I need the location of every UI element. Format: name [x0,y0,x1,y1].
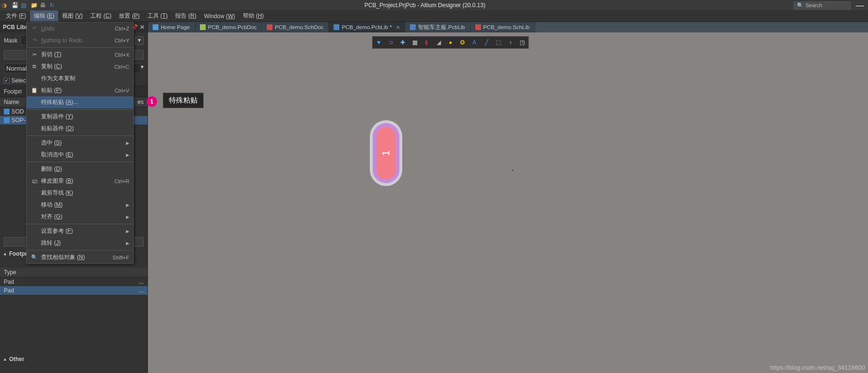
menubar: 文件 (F)编辑 (E)视图 (V)工程 (C)放置 (P)工具 (T)报告 (… [0,10,868,22]
edit-dropdown-menu: ↶UndoCtrl+Z↷Nothing to RedoCtrl+Y✂剪切 (T)… [26,22,134,264]
minimize-button[interactable]: — [854,0,866,10]
list-item[interactable]: Pad... [0,286,147,295]
open-icon[interactable]: 📁 [31,2,37,9]
grid-icon[interactable]: ▦ [409,38,420,47]
plus-icon[interactable]: ✚ [397,38,408,47]
collapse-triangle-icon: ▲ [3,251,7,256]
menu-undo: ↶UndoCtrl+Z [27,22,133,34]
menu-delete[interactable]: 删除 (D) [27,163,133,175]
paste-icon: 📋 [31,87,38,93]
footprint-icon [4,109,10,114]
dot-grid [148,22,868,373]
app-logo-icon: ◑ [2,2,9,9]
circle-icon[interactable]: ● [445,38,456,47]
menu-redo: ↷Nothing to RedoCtrl+Y [27,34,133,46]
menu-paste-component[interactable]: 粘贴器件 (O) [27,123,133,135]
titlebar-quick-access: ◑ 💾 ▤ 📁 🖶 ↻ [2,2,56,9]
find-similar-icon: 🔍 [31,254,38,260]
menu-item-view[interactable]: 视图 (V) [58,10,86,21]
menu-item-file[interactable]: 文件 (F) [2,10,30,21]
menu-paste[interactable]: 📋粘贴 (P)Ctrl+V [27,84,133,96]
menu-align[interactable]: 对齐 (G)▶ [27,211,133,223]
chevron-down-icon[interactable]: ▾ [141,63,144,73]
menu-item-tools[interactable]: 工具 (T) [144,10,172,21]
search-icon: 🔍 [797,2,804,9]
menu-item-report[interactable]: 报告 (R) [171,10,200,21]
watermark: https://blog.csdn.net/qq_34118600 [770,364,866,371]
window-title: PCB_Project.PrjPcb - Altium Designer (20… [56,2,794,9]
mask-label: Mask [4,37,18,44]
menu-set-reference[interactable]: 设置参考 (F)▶ [27,225,133,237]
menu-item-window[interactable]: Window (W) [200,11,239,21]
menu-find-similar[interactable]: 🔍查找相似对象 (N)Shift+F [27,251,133,263]
menu-jump[interactable]: 跳转 (J)▶ [27,237,133,249]
menu-item-edit[interactable]: 编辑 (E) [30,10,58,21]
filter-icon[interactable]: ▼ [374,38,384,47]
canvas-area[interactable]: Home PagePCB_demo.PcbDocPCB_demo.SchDocP… [148,22,868,373]
chart-icon[interactable]: ⫞ [505,38,515,47]
close-panel-icon[interactable]: ✕ [140,24,145,31]
copy-icon: ⧉ [31,63,38,70]
save-icon[interactable]: 💾 [11,2,18,9]
origin-marker [512,170,513,171]
type-col[interactable]: Type [4,269,144,276]
titlebar: ◑ 💾 ▤ 📁 🖶 ↻ PCB_Project.PrjPcb - Altium … [0,0,868,10]
print-icon[interactable]: 🖶 [40,2,47,9]
collapse-triangle-icon: ▲ [3,357,7,362]
menu-move[interactable]: 移动 (M)▶ [27,199,133,211]
align-icon[interactable]: ⫿ [421,38,432,47]
cut-icon: ✂ [31,52,38,58]
menu-item-project[interactable]: 工程 (C) [86,10,115,21]
menu-deselect[interactable]: 取消选中 (E)▶ [27,149,133,161]
other-section[interactable]: ▲ Other [0,354,147,364]
menu-rubber-stamp[interactable]: 🖃橡皮图章 (B)Ctrl+R [27,175,133,187]
menu-copy[interactable]: ⧉复制 (C)Ctrl+C [27,61,133,73]
list-item[interactable]: Pad... [0,278,147,286]
menu-copy-as-text[interactable]: 作为文本复制 [27,73,133,84]
extra-col[interactable]: es [137,99,144,105]
search-input[interactable]: 🔍 Search [794,1,851,10]
rect-icon[interactable]: ⬚ [493,38,503,47]
ruler-icon[interactable]: ◢ [433,38,444,47]
pad-number: 1 [380,150,392,156]
floating-toolbar: ▼⊃✚▦⫿◢●✪A╱⬚⫞◳ [372,36,529,49]
select-checkbox[interactable]: ✔ [4,78,10,83]
redo-icon: ↷ [31,37,38,43]
menu-item-help[interactable]: 帮助 (H) [239,10,268,21]
window-icon[interactable]: ◳ [517,38,527,47]
menu-select[interactable]: 选中 (S)▶ [27,137,133,149]
tooltip: 特殊粘贴 [163,93,204,108]
rubber-stamp-icon: 🖃 [31,178,38,184]
snap-icon[interactable]: ⊃ [386,38,396,47]
undo-icon: ↶ [31,25,38,31]
key-icon[interactable]: ✪ [457,38,468,47]
line-icon[interactable]: ╱ [481,38,492,47]
refresh-icon[interactable]: ↻ [50,2,56,9]
menu-duplicate-component[interactable]: 复制器件 (Y) [27,111,133,123]
primitive-list: Pad...Pad... [0,278,147,306]
mask-dropdown-icon[interactable]: ▾ [135,36,144,45]
save-all-icon[interactable]: ▤ [21,2,28,9]
menu-cut[interactable]: ✂剪切 (T)Ctrl+X [27,49,133,61]
menu-item-place[interactable]: 放置 (P) [115,10,143,21]
menu-paste-special[interactable]: 特殊粘贴 (A)... [27,96,133,108]
text-icon[interactable]: A [469,38,480,47]
annotation-bubble: 1 [146,96,157,107]
footprint-icon [4,117,10,123]
menu-slice-tracks[interactable]: 裁剪导线 (K) [27,187,133,199]
pad-graphic[interactable]: 1 [372,122,400,184]
